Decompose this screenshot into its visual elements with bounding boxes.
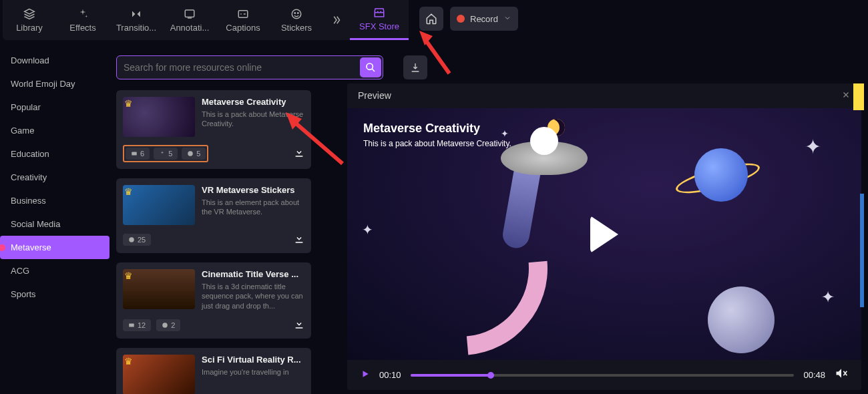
pack-title: Sci Fi Virtual Reality R...: [202, 355, 304, 365]
svg-point-4: [298, 12, 299, 13]
edge-decoration: [853, 83, 864, 110]
record-button[interactable]: Record: [450, 7, 518, 31]
play-button[interactable]: [590, 216, 618, 253]
tab-label: Captions: [226, 23, 260, 33]
store-icon: [373, 7, 385, 19]
preview-title: Metaverse Creativity: [363, 122, 480, 136]
tab-sfx-store[interactable]: SFX Store: [350, 0, 409, 40]
sidebar-item-metaverse[interactable]: Metaverse: [0, 236, 110, 259]
stickers-icon: [290, 8, 302, 20]
annotations-icon: [184, 8, 196, 20]
stat-captions: 12: [123, 319, 151, 331]
pack-description: Imagine you're travelling in: [202, 367, 304, 377]
category-sidebar: Download World Emoji Day Popular Game Ed…: [0, 43, 110, 394]
sidebar-item-education[interactable]: Education: [0, 142, 110, 166]
tab-label: Library: [16, 23, 43, 33]
crown-icon: ♛: [124, 356, 133, 367]
effects-icon: [77, 8, 89, 20]
tabs-more-button[interactable]: [323, 0, 350, 40]
sidebar-item-sports[interactable]: Sports: [0, 282, 110, 306]
star-icon: ✦: [362, 222, 373, 238]
pack-thumbnail: ♛: [123, 355, 195, 394]
svg-point-5: [367, 63, 373, 69]
preview-panel: Preview ✦ ✦ ✦ ✦ Metaverse Creativity Thi…: [347, 83, 861, 390]
stat-stickers: 5: [182, 148, 206, 160]
stat-captions: 6: [126, 148, 150, 160]
record-label: Record: [470, 14, 498, 24]
stat-stickers: 2: [156, 319, 180, 331]
svg-rect-0: [185, 10, 194, 17]
play-small-button[interactable]: [361, 369, 370, 381]
search-box[interactable]: [116, 55, 383, 79]
home-button[interactable]: [419, 7, 443, 31]
mute-button[interactable]: [835, 367, 848, 383]
crown-icon: ♛: [124, 186, 133, 197]
download-pack-button[interactable]: [294, 233, 304, 246]
tab-label: SFX Store: [359, 21, 399, 31]
preview-video[interactable]: ✦ ✦ ✦ ✦ Metaverse Creativity This is a p…: [347, 108, 861, 360]
svg-rect-1: [238, 10, 248, 17]
tab-annotations[interactable]: Annotati...: [163, 0, 216, 40]
svg-rect-9: [129, 323, 134, 327]
pack-title: Metaverse Creativity: [202, 97, 304, 107]
transitions-icon: [130, 8, 142, 20]
search-button[interactable]: [360, 57, 381, 77]
svg-point-8: [129, 237, 134, 242]
library-icon: [23, 8, 35, 20]
edge-decoration: [860, 194, 864, 307]
preview-header: Preview: [358, 90, 391, 102]
tab-captions[interactable]: Captions: [216, 0, 270, 40]
svg-point-7: [188, 151, 194, 156]
stat-highlight-box: 6 5 5: [123, 145, 208, 162]
svg-rect-6: [132, 152, 137, 156]
svg-point-2: [292, 9, 301, 19]
star-icon: ✦: [821, 288, 835, 307]
sidebar-item-download[interactable]: Download: [0, 49, 110, 72]
pack-thumbnail: ♛: [123, 185, 195, 225]
download-pack-button[interactable]: [294, 319, 304, 332]
pack-description: This is a 3d cinematic title sequence pa…: [202, 282, 304, 311]
time-current: 00:10: [379, 370, 401, 380]
tab-library[interactable]: Library: [3, 0, 56, 40]
tab-transitions[interactable]: Transitio...: [110, 0, 163, 40]
progress-bar[interactable]: [411, 374, 795, 377]
download-pack-button[interactable]: [294, 147, 304, 160]
sidebar-item-acg[interactable]: ACG: [0, 259, 110, 282]
tab-label: Stickers: [281, 23, 312, 33]
crown-icon: ♛: [124, 270, 133, 281]
tab-stickers[interactable]: Stickers: [270, 0, 323, 40]
record-dot-icon: [457, 15, 465, 23]
star-icon: ✦: [501, 128, 509, 139]
swirl-decoration: [347, 146, 583, 360]
captions-icon: [237, 8, 249, 20]
search-input[interactable]: [124, 62, 359, 73]
pack-card[interactable]: ♛ Cinematic Title Verse ... This is a 3d…: [116, 262, 311, 339]
pack-thumbnail: ♛: [123, 269, 195, 309]
pack-title: VR Metaverse Stickers: [202, 185, 304, 195]
pack-description: This is an element pack about the VR Met…: [202, 198, 304, 217]
pack-card[interactable]: ♛ Sci Fi Virtual Reality R... Imagine yo…: [116, 348, 311, 394]
close-preview-button[interactable]: [841, 90, 851, 102]
sidebar-item-game[interactable]: Game: [0, 119, 110, 142]
sidebar-item-popular[interactable]: Popular: [0, 95, 110, 119]
downloads-button[interactable]: [403, 55, 427, 79]
tab-effects[interactable]: Effects: [56, 0, 110, 40]
planet-icon: [708, 286, 775, 353]
pack-card[interactable]: ♛ Metaverse Creativity This is a pack ab…: [116, 90, 311, 169]
planet-icon: [694, 148, 748, 202]
tab-label: Transitio...: [116, 23, 156, 33]
pack-thumbnail: ♛: [123, 97, 195, 137]
stat-effects: 5: [154, 148, 178, 160]
svg-point-10: [163, 323, 168, 328]
sidebar-item-socialmedia[interactable]: Social Media: [0, 212, 110, 236]
ufo-icon: [501, 142, 588, 175]
tab-label: Annotati...: [170, 23, 210, 33]
sidebar-item-creativity[interactable]: Creativity: [0, 166, 110, 189]
sidebar-item-business[interactable]: Business: [0, 189, 110, 212]
pack-description: This is a pack about Metaverse Creativit…: [202, 110, 304, 129]
time-total: 00:48: [803, 370, 825, 380]
sidebar-item-emoji[interactable]: World Emoji Day: [0, 72, 110, 95]
pack-card[interactable]: ♛ VR Metaverse Stickers This is an eleme…: [116, 178, 311, 253]
chevron-down-icon: [503, 14, 511, 24]
star-icon: ✦: [805, 135, 821, 158]
